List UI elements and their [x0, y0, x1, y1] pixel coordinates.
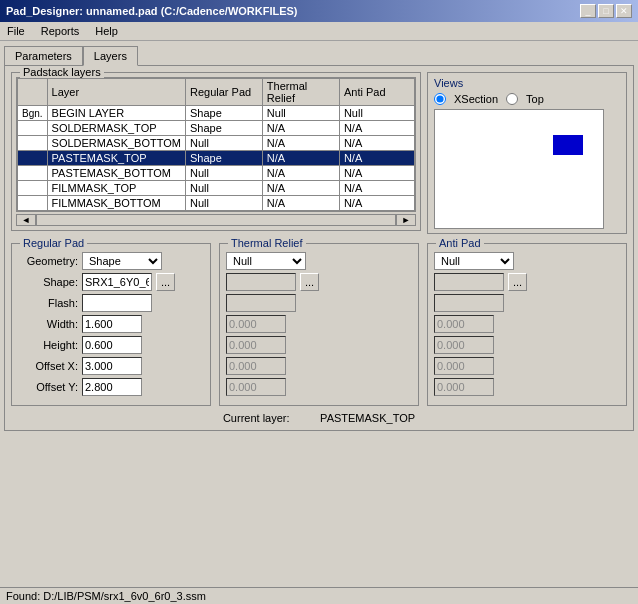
menu-file[interactable]: File [4, 24, 28, 38]
scroll-left[interactable]: ◄ [16, 214, 36, 226]
layer-table: Layer Regular Pad Thermal Relief Anti Pa… [17, 78, 415, 211]
regular-cell: Shape [185, 151, 262, 166]
offsetx-input[interactable] [82, 357, 142, 375]
table-row[interactable]: FILMMASK_BOTTOM Null N/A N/A [18, 196, 415, 211]
h-scrollbar[interactable]: ◄ ► [16, 214, 416, 226]
main-content: Parameters Layers Padstack layers Layer [0, 41, 638, 435]
shape-browse-button[interactable]: ... [156, 273, 175, 291]
scroll-right[interactable]: ► [396, 214, 416, 226]
offsety-row: Offset Y: [18, 378, 204, 396]
tab-parameters[interactable]: Parameters [4, 46, 83, 66]
thermal-cell: N/A [262, 166, 339, 181]
table-row[interactable]: Bgn. BEGIN LAYER Shape Null Null [18, 106, 415, 121]
anti-offsety-row [434, 378, 620, 396]
thermal-cell: N/A [262, 121, 339, 136]
bgn-cell [18, 136, 48, 151]
layer-cell: FILMMASK_BOTTOM [47, 196, 185, 211]
geometry-row: Geometry: Shape [18, 252, 204, 270]
height-input[interactable] [82, 336, 142, 354]
thermal-flash-row [226, 294, 412, 312]
thermal-cell: N/A [262, 151, 339, 166]
width-label: Width: [18, 318, 78, 330]
thermal-width-row [226, 315, 412, 333]
regular-cell: Shape [185, 121, 262, 136]
regular-pad-label: Regular Pad [20, 237, 87, 249]
shape-row: Shape: ... [18, 273, 204, 291]
menu-reports[interactable]: Reports [38, 24, 83, 38]
layer-table-scroll[interactable]: Layer Regular Pad Thermal Relief Anti Pa… [16, 77, 416, 212]
table-row[interactable]: SOLDERMASK_TOP Shape N/A N/A [18, 121, 415, 136]
anti-cell: N/A [339, 121, 414, 136]
padstack-layers-box: Padstack layers Layer Regular Pad Therma… [11, 72, 421, 231]
width-input[interactable] [82, 315, 142, 333]
thermal-browse-button[interactable]: ... [300, 273, 319, 291]
flash-input[interactable] [82, 294, 152, 312]
layer-cell: BEGIN LAYER [47, 106, 185, 121]
radio-top[interactable] [506, 93, 518, 105]
table-row[interactable]: FILMMASK_TOP Null N/A N/A [18, 181, 415, 196]
shape-label: Shape: [18, 276, 78, 288]
table-row[interactable]: SOLDERMASK_BOTTOM Null N/A N/A [18, 136, 415, 151]
thermal-flash-input [226, 294, 296, 312]
offsetx-label: Offset X: [18, 360, 78, 372]
anti-offsety-input [434, 378, 494, 396]
thermal-shape-row: ... [226, 273, 412, 291]
anti-width-row [434, 315, 620, 333]
menu-bar: File Reports Help [0, 22, 638, 41]
current-layer-label: Current layer: [223, 412, 290, 424]
status-text: Found: D:/LIB/PSM/srx1_6v0_6r0_3.ssm [6, 590, 206, 602]
table-row[interactable]: PASTEMASK_BOTTOM Null N/A N/A [18, 166, 415, 181]
close-button[interactable]: ✕ [616, 4, 632, 18]
thermal-shape-input [226, 273, 296, 291]
bgn-cell [18, 166, 48, 181]
radio-top-label: Top [526, 93, 544, 105]
window-title: Pad_Designer: unnamed.pad (C:/Cadence/WO… [6, 5, 298, 17]
layer-cell: SOLDERMASK_TOP [47, 121, 185, 136]
window-controls: _ □ ✕ [580, 4, 632, 18]
regular-cell: Null [185, 196, 262, 211]
thermal-offsety-input [226, 378, 286, 396]
geometry-select[interactable]: Shape [82, 252, 162, 270]
bgn-cell [18, 181, 48, 196]
thermal-offsetx-row [226, 357, 412, 375]
anti-height-input [434, 336, 494, 354]
offsety-input[interactable] [82, 378, 142, 396]
maximize-button[interactable]: □ [598, 4, 614, 18]
layer-cell: PASTEMASK_BOTTOM [47, 166, 185, 181]
thermal-geometry-select[interactable]: Null [226, 252, 306, 270]
tab-bar: Parameters Layers [4, 45, 634, 65]
col-anti: Anti Pad [339, 79, 414, 106]
views-box: Views XSection Top [427, 72, 627, 234]
radio-xsection[interactable] [434, 93, 446, 105]
padstack-layers-label: Padstack layers [20, 66, 104, 78]
minimize-button[interactable]: _ [580, 4, 596, 18]
anti-width-input [434, 315, 494, 333]
pad-preview [553, 135, 583, 155]
thermal-height-input [226, 336, 286, 354]
height-label: Height: [18, 339, 78, 351]
anti-browse-button[interactable]: ... [508, 273, 527, 291]
anti-geometry-select[interactable]: Null [434, 252, 514, 270]
col-thermal: Thermal Relief [262, 79, 339, 106]
current-layer-row: Current layer: PASTEMASK_TOP [11, 412, 627, 424]
shape-input[interactable] [82, 273, 152, 291]
thermal-relief-label: Thermal Relief [228, 237, 306, 249]
top-section: Padstack layers Layer Regular Pad Therma… [11, 72, 627, 237]
anti-cell: N/A [339, 151, 414, 166]
anti-height-row [434, 336, 620, 354]
anti-cell: N/A [339, 166, 414, 181]
thermal-cell: N/A [262, 136, 339, 151]
tab-layers[interactable]: Layers [83, 46, 138, 66]
properties-section: Regular Pad Geometry: Shape Shape: ... F… [11, 243, 627, 406]
layer-cell: SOLDERMASK_BOTTOM [47, 136, 185, 151]
anti-shape-row: ... [434, 273, 620, 291]
anti-pad-label: Anti Pad [436, 237, 484, 249]
anti-offsetx-input [434, 357, 494, 375]
table-row[interactable]: PASTEMASK_TOP Shape N/A N/A [18, 151, 415, 166]
menu-help[interactable]: Help [92, 24, 121, 38]
radio-xsection-label: XSection [454, 93, 498, 105]
anti-offsetx-row [434, 357, 620, 375]
regular-cell: Shape [185, 106, 262, 121]
height-row: Height: [18, 336, 204, 354]
offsety-label: Offset Y: [18, 381, 78, 393]
